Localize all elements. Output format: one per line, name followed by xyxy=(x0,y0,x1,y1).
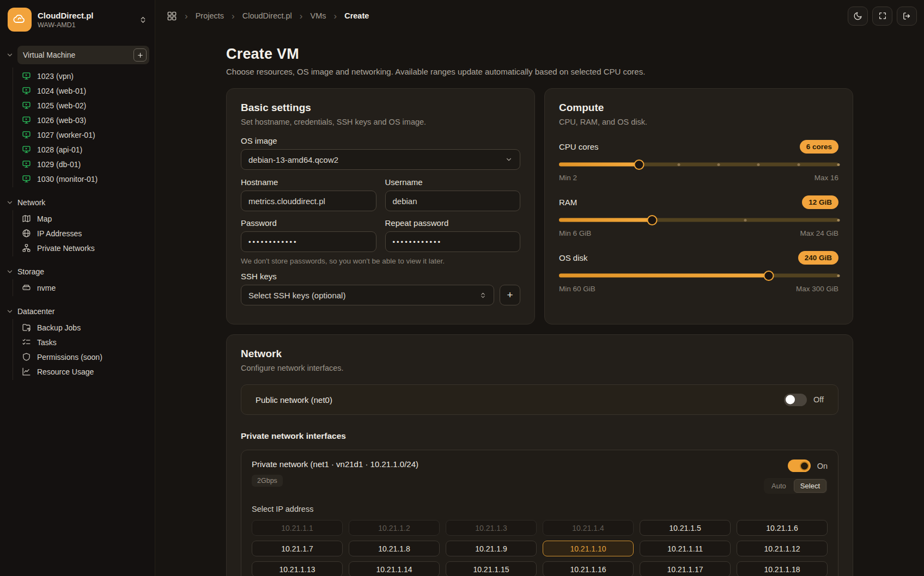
checklist-icon xyxy=(21,338,31,347)
ram-slider[interactable] xyxy=(559,215,838,225)
cpu-cores-slider[interactable] xyxy=(559,159,838,170)
password-input[interactable]: •••••••••••• xyxy=(241,231,376,252)
ip-option[interactable]: 10.21.1.11 xyxy=(640,541,731,556)
slider-thumb[interactable] xyxy=(634,160,644,170)
sidebar-item-vm-1024[interactable]: 1024 (web-01) xyxy=(13,83,150,98)
dashboard-grid-icon[interactable] xyxy=(167,11,177,21)
sidebar-item-tasks[interactable]: Tasks xyxy=(13,335,150,350)
ram-label: RAM xyxy=(559,198,577,207)
sidebar-item-map[interactable]: Map xyxy=(13,211,150,226)
breadcrumb-vms[interactable]: VMs xyxy=(310,11,326,20)
sidebar-item-vm-1028[interactable]: 1028 (api-01) xyxy=(13,142,150,157)
password-value: •••••••••••• xyxy=(248,238,298,246)
ip-option[interactable]: 10.21.1.17 xyxy=(640,561,731,576)
breadcrumb-projects[interactable]: Projects xyxy=(196,11,224,20)
private-network-label: Private network (net1 · vn21d1 · 10.21.1… xyxy=(252,459,418,469)
username-value: debian xyxy=(393,197,417,206)
ip-option[interactable]: 10.21.1.14 xyxy=(349,561,440,576)
app-root: CloudDirect.pl WAW-AMD1 Virtual Machine xyxy=(0,0,924,576)
ip-option[interactable]: 10.21.1.8 xyxy=(349,541,440,556)
speed-badge: 2Gbps xyxy=(252,475,283,487)
ip-option[interactable]: 10.21.1.12 xyxy=(737,541,828,556)
ip-option[interactable]: 10.21.1.13 xyxy=(252,561,343,576)
ip-option[interactable]: 10.21.1.5 xyxy=(640,520,731,536)
public-network-toggle-state: Off xyxy=(813,395,824,404)
vm-monitor-icon xyxy=(21,101,31,110)
sidebar-item-vm-1026[interactable]: 1026 (web-03) xyxy=(13,113,150,127)
chevron-down-icon[interactable] xyxy=(5,308,14,315)
nav-label: Permissions (soon) xyxy=(37,353,102,361)
hostname-input[interactable]: metrics.clouddirect.pl xyxy=(241,191,376,211)
topbar: › Projects › CloudDirect.pl › VMs › Crea… xyxy=(155,0,924,32)
ip-option[interactable]: 10.21.1.7 xyxy=(252,541,343,556)
sidebar-item-private-networks[interactable]: Private Networks xyxy=(13,241,150,255)
ip-option[interactable]: 10.21.1.16 xyxy=(543,561,634,576)
sidebar-item-vm-1027[interactable]: 1027 (worker-01) xyxy=(13,127,150,142)
nav-label: IP Addresses xyxy=(37,229,82,238)
os-image-label: OS image xyxy=(241,136,520,145)
select-ip-label: Select IP address xyxy=(252,505,828,513)
section-label[interactable]: Network xyxy=(17,198,45,207)
sidebar-item-permissions[interactable]: Permissions (soon) xyxy=(13,350,150,364)
add-ssh-key-button[interactable]: + xyxy=(500,285,520,305)
sidebar-item-vm-1029[interactable]: 1029 (db-01) xyxy=(13,157,150,171)
vm-monitor-icon xyxy=(21,130,31,139)
topbar-actions xyxy=(848,7,917,26)
sidebar-item-vm-1030[interactable]: 1030 (monitor-01) xyxy=(13,171,150,186)
nav-label: Backup Jobs xyxy=(37,323,81,332)
chevron-down-icon[interactable] xyxy=(5,199,14,206)
org-name: CloudDirect.pl xyxy=(38,11,133,20)
hostname-value: metrics.clouddirect.pl xyxy=(248,197,325,206)
sidebar-item-resource-usage[interactable]: Resource Usage xyxy=(13,364,150,379)
sidebar-item-nvme[interactable]: nvme xyxy=(13,280,150,295)
add-vm-button[interactable] xyxy=(133,48,147,62)
slider-thumb[interactable] xyxy=(763,271,774,281)
ip-option[interactable]: 10.21.1.9 xyxy=(446,541,537,556)
private-network-toggle[interactable] xyxy=(788,459,811,472)
card-title: Compute xyxy=(559,102,838,114)
ram-group: RAM 12 GiB Min 6 GiB Max xyxy=(559,195,838,237)
chevron-down-icon xyxy=(505,156,513,163)
sidebar-item-backup-jobs[interactable]: Backup Jobs xyxy=(13,320,150,335)
section-label[interactable]: Datacenter xyxy=(17,307,54,316)
org-switcher[interactable]: CloudDirect.pl WAW-AMD1 xyxy=(4,7,150,33)
sidebar-item-vm-1025[interactable]: 1025 (web-02) xyxy=(13,98,150,113)
chevron-down-icon[interactable] xyxy=(5,51,14,59)
cpu-cores-group: CPU cores 6 cores Min 2 M xyxy=(559,139,838,182)
vm-label: 1029 (db-01) xyxy=(37,160,81,169)
fullscreen-button[interactable] xyxy=(872,7,892,26)
card-subtitle: CPU, RAM, and OS disk. xyxy=(559,118,838,126)
chevron-right-icon: › xyxy=(300,11,303,21)
os-disk-min-label: Min 60 GiB xyxy=(559,285,595,293)
slider-thumb[interactable] xyxy=(647,215,657,225)
fullscreen-icon xyxy=(878,11,887,20)
ip-option[interactable]: 10.21.1.15 xyxy=(446,561,537,576)
ip-option-selected[interactable]: 10.21.1.10 xyxy=(543,541,634,556)
logout-button[interactable] xyxy=(897,7,917,26)
sidebar-item-vm-1023[interactable]: 1023 (vpn) xyxy=(13,69,150,83)
username-input[interactable]: debian xyxy=(385,191,521,211)
section-label[interactable]: Storage xyxy=(17,267,44,276)
os-disk-slider[interactable] xyxy=(559,270,838,281)
sidebar-item-ip-addresses[interactable]: IP Addresses xyxy=(13,226,150,241)
private-network-toggle-state: On xyxy=(817,462,828,470)
moon-icon xyxy=(853,11,862,21)
nav-label: nvme xyxy=(37,284,56,292)
ip-address-grid: 10.21.1.1 10.21.1.2 10.21.1.3 10.21.1.4 … xyxy=(252,520,828,576)
chevron-down-icon[interactable] xyxy=(5,268,14,275)
cloud-logo-icon xyxy=(8,8,32,32)
repeat-password-input[interactable]: •••••••••••• xyxy=(385,231,521,252)
ip-mode-auto-button[interactable]: Auto xyxy=(765,479,793,493)
ip-option[interactable]: 10.21.1.6 xyxy=(737,520,828,536)
ip-option[interactable]: 10.21.1.18 xyxy=(737,561,828,576)
theme-toggle-button[interactable] xyxy=(848,7,868,26)
sidebar-section-network: Network Map IP Addresses Private Network… xyxy=(4,198,150,256)
breadcrumb-clouddirect[interactable]: CloudDirect.pl xyxy=(242,11,292,20)
sidebar-section-header-vm[interactable]: Virtual Machine xyxy=(17,46,149,64)
public-network-toggle[interactable] xyxy=(784,394,807,406)
os-image-select[interactable]: debian-13-amd64.qcow2 xyxy=(241,149,520,170)
ip-mode-select-button[interactable]: Select xyxy=(794,479,826,493)
public-network-row: Public network (net0) Off xyxy=(241,384,838,415)
card-title: Basic settings xyxy=(241,102,520,114)
ssh-keys-select[interactable]: Select SSH keys (optional) xyxy=(241,285,494,305)
